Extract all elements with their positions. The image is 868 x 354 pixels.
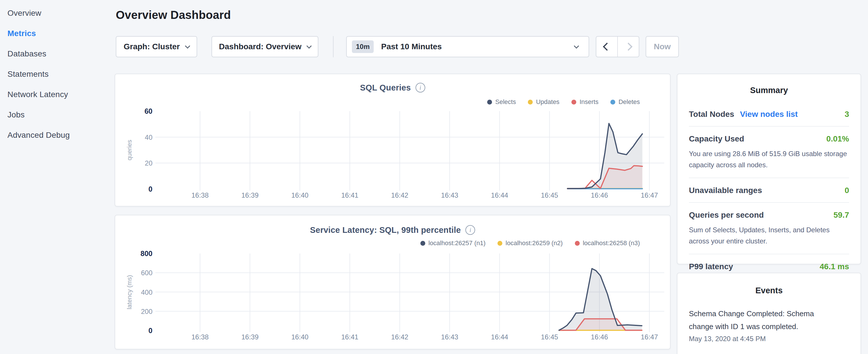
summary-row-total-nodes: Total NodesView nodes list3	[689, 102, 849, 127]
svg-text:16:47: 16:47	[641, 191, 658, 199]
controls-divider	[333, 36, 334, 57]
summary-row-description: You are using 28.6 MiB of 515.9 GiB usab…	[689, 148, 849, 170]
svg-text:60: 60	[145, 107, 152, 115]
summary-panel: Summary Total NodesView nodes list3Capac…	[677, 74, 861, 264]
chevron-down-icon	[574, 43, 579, 49]
graph-dropdown[interactable]: Graph: Cluster	[116, 36, 197, 57]
svg-text:20: 20	[145, 159, 152, 167]
event-message: Schema Change Completed: Schema change w…	[689, 307, 824, 333]
summary-row-value: 3	[844, 110, 849, 119]
chevron-left-icon	[602, 43, 611, 51]
summary-rows: Total NodesView nodes list3Capacity Used…	[689, 102, 849, 279]
time-range-badge: 10m	[352, 40, 374, 53]
svg-text:400: 400	[141, 288, 152, 296]
time-step-buttons	[596, 36, 639, 57]
sql-queries-chart[interactable]: 16:3816:3916:4016:4116:4216:4316:4416:45…	[115, 74, 671, 206]
controls-row: Graph: Cluster Dashboard: Overview 10m P…	[115, 36, 685, 57]
summary-row-unavailable-ranges: Unavailable ranges0	[689, 178, 849, 203]
svg-text:16:40: 16:40	[291, 191, 308, 199]
sidebar-list: OverviewMetricsDatabasesStatementsNetwor…	[0, 3, 115, 145]
summary-row-label: Queries per second	[689, 211, 764, 220]
summary-row-queries-per-second: Queries per second59.7Sum of Selects, Up…	[689, 203, 849, 254]
svg-text:16:47: 16:47	[641, 333, 658, 341]
sidebar-item-metrics[interactable]: Metrics	[0, 23, 115, 43]
svg-text:16:44: 16:44	[491, 333, 508, 341]
chevron-down-icon	[306, 43, 311, 49]
summary-row-label: P99 latency	[689, 262, 733, 271]
svg-text:16:41: 16:41	[341, 333, 359, 341]
time-range-dropdown[interactable]: 10m Past 10 Minutes	[346, 36, 589, 57]
sidebar-item-advanced-debug[interactable]: Advanced Debug	[0, 125, 115, 145]
chevron-right-icon	[624, 43, 632, 51]
svg-text:16:38: 16:38	[191, 333, 209, 341]
svg-text:16:39: 16:39	[241, 333, 258, 341]
svg-text:16:45: 16:45	[541, 333, 558, 341]
svg-text:800: 800	[141, 250, 152, 257]
summary-row-label: Total Nodes	[689, 110, 734, 119]
service-latency-card: Service Latency: SQL, 99th percentile i …	[115, 215, 671, 349]
svg-text:16:38: 16:38	[191, 191, 209, 199]
time-range-label: Past 10 Minutes	[381, 42, 575, 51]
sidebar-item-jobs[interactable]: Jobs	[0, 104, 115, 125]
summary-row-value: 0	[844, 186, 849, 195]
dashboard-dropdown-label: Dashboard: Overview	[219, 42, 302, 51]
view-nodes-list-link[interactable]: View nodes list	[740, 110, 798, 119]
sidebar: OverviewMetricsDatabasesStatementsNetwor…	[0, 0, 115, 354]
service-latency-chart[interactable]: 16:3816:3916:4016:4116:4216:4316:4416:45…	[115, 215, 671, 349]
svg-text:16:42: 16:42	[391, 333, 408, 341]
time-step-forward-button[interactable]	[618, 37, 639, 57]
svg-text:16:45: 16:45	[541, 191, 558, 199]
sidebar-item-statements[interactable]: Statements	[0, 64, 115, 84]
svg-text:200: 200	[141, 308, 152, 315]
event-timestamp: May 13, 2020 at 4:45 PM	[689, 335, 849, 343]
time-step-back-button[interactable]	[596, 37, 617, 57]
events-heading: Events	[689, 273, 849, 295]
svg-text:queries: queries	[126, 140, 133, 160]
now-button[interactable]: Now	[646, 36, 679, 57]
svg-text:16:44: 16:44	[491, 191, 508, 199]
summary-row-value: 59.7	[834, 211, 849, 220]
summary-row-label: Unavailable ranges	[689, 186, 762, 195]
svg-text:latency (ms): latency (ms)	[126, 275, 133, 309]
svg-text:16:43: 16:43	[441, 333, 458, 341]
svg-text:16:42: 16:42	[391, 191, 408, 199]
svg-text:16:43: 16:43	[441, 191, 458, 199]
graph-dropdown-label: Graph: Cluster	[124, 42, 180, 51]
svg-text:16:46: 16:46	[591, 191, 608, 199]
summary-row-capacity-used: Capacity Used0.01%You are using 28.6 MiB…	[689, 127, 849, 178]
events-panel: Events Schema Change Completed: Schema c…	[677, 273, 861, 354]
svg-text:600: 600	[141, 269, 152, 277]
summary-heading: Summary	[689, 74, 849, 95]
svg-text:16:41: 16:41	[341, 191, 359, 199]
sidebar-item-network-latency[interactable]: Network Latency	[0, 84, 115, 104]
summary-row-description: Sum of Selects, Updates, Inserts, and De…	[689, 224, 849, 247]
svg-text:0: 0	[149, 326, 152, 334]
svg-text:16:40: 16:40	[291, 333, 308, 341]
summary-row-value: 46.1 ms	[819, 262, 849, 271]
sidebar-item-overview[interactable]: Overview	[0, 3, 115, 23]
summary-row-value: 0.01%	[827, 134, 849, 143]
chevron-down-icon	[185, 43, 190, 49]
sql-queries-card: SQL Queries i SelectsUpdatesInsertsDelet…	[115, 74, 671, 206]
main-content: Overview Dashboard Graph: Cluster Dashbo…	[115, 0, 671, 354]
svg-text:0: 0	[149, 185, 152, 193]
dashboard-dropdown[interactable]: Dashboard: Overview	[212, 36, 318, 57]
svg-text:40: 40	[145, 133, 152, 141]
svg-text:16:39: 16:39	[241, 191, 258, 199]
svg-text:16:46: 16:46	[591, 333, 608, 341]
summary-row-label: Capacity Used	[689, 134, 744, 143]
page-title: Overview Dashboard	[116, 9, 231, 22]
sidebar-item-databases[interactable]: Databases	[0, 43, 115, 64]
